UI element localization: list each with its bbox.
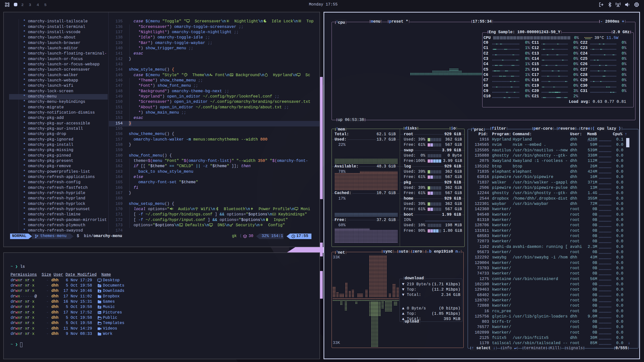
svg-text:a: a (211, 74, 213, 76)
